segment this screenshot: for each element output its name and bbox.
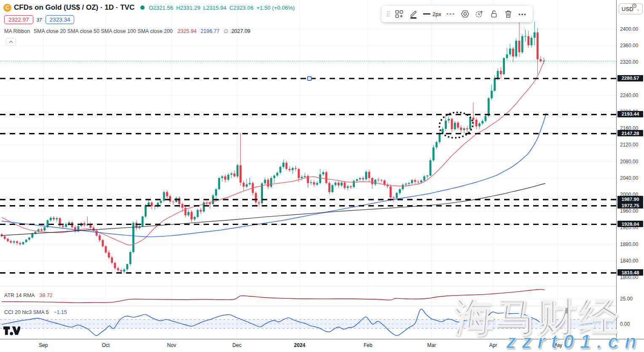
bid-ask-row: 2322.97 37 2323.34: [4, 15, 74, 24]
price-tick-label: 1840.00: [620, 258, 638, 264]
cci-label: CCI 20 hlc3 SMA 5: [4, 309, 49, 315]
price-tick-label: 1880.00: [620, 241, 638, 247]
pencil-icon: [410, 9, 417, 19]
dashed-line-icon: [447, 13, 455, 15]
unlock-icon: [490, 10, 498, 18]
ohlc-values: O2321.56H2331.29L2315.94C2323.06+1.50 (+…: [149, 5, 298, 11]
level-price-tag: 2147.28: [617, 130, 643, 136]
high-value: H2331.29: [176, 5, 200, 11]
ellipsis-icon: •••: [518, 11, 527, 17]
change-value: +1.50 (+0.06%): [256, 5, 295, 11]
add-alert-button[interactable]: [473, 8, 486, 20]
price-tick-label: 2120.00: [620, 142, 638, 148]
drawing-toolbar: 2px •••: [381, 5, 533, 22]
symbol-logo-icon: C: [3, 4, 11, 12]
market-status-dot[interactable]: [140, 5, 145, 10]
atr-line[interactable]: [2, 290, 545, 303]
drag-handle-icon[interactable]: [385, 8, 391, 20]
color-picker-button[interactable]: [407, 8, 420, 20]
open-value: O2321.56: [149, 5, 173, 11]
price-tick-label: 2400.00: [620, 26, 638, 32]
collapse-legend-button[interactable]: [6, 38, 16, 46]
level-price-tag: 2193.44: [617, 111, 643, 117]
close-value: C2323.06: [229, 5, 253, 11]
sma100-value: 2196.77: [201, 28, 220, 34]
cci-last-dot: [542, 323, 544, 325]
level-price-tag: 1810.48: [617, 269, 643, 276]
time-tick-label: 2024: [294, 342, 306, 348]
atr-legend[interactable]: ATR 14 RMA 39.72: [4, 292, 53, 298]
sell-button[interactable]: 2322.97: [4, 15, 33, 24]
cci-legend[interactable]: CCI 20 hlc3 SMA 5 −1.15: [4, 309, 67, 315]
time-tick-label: Apr: [489, 342, 497, 348]
price-tick-label: 2080.00: [620, 159, 638, 165]
price-tick-label: 2240.00: [620, 92, 638, 98]
gear-icon: [461, 10, 470, 18]
time-tick-label: Dec: [232, 342, 241, 348]
vertical-gridlines: [43, 0, 558, 339]
chart-canvas[interactable]: [0, 0, 616, 352]
line-style-button[interactable]: [445, 8, 457, 20]
line-width-label: 2px: [432, 11, 441, 17]
symbol-title-row: C CFDs on Gold (US$ / OZ) · 1D · TVC O23…: [3, 3, 298, 12]
lock-button[interactable]: [488, 8, 500, 20]
tradingview-logo-icon: [3, 325, 20, 336]
currency-selector[interactable]: USD ⌄: [619, 3, 643, 14]
spread-value: 37: [37, 17, 42, 22]
cci-value: −1.15: [54, 309, 67, 315]
ma-line[interactable]: [2, 113, 546, 237]
chart-window: C CFDs on Gold (US$ / OZ) · 1D · TVC O23…: [0, 0, 644, 352]
tradingview-logo[interactable]: [3, 325, 20, 338]
price-tick-label: 2360.00: [620, 43, 638, 49]
ma-ribbon-legend[interactable]: MA Ribbon SMA close 20 SMA close 50 SMA …: [4, 28, 250, 34]
time-tick-label: Nov: [167, 342, 176, 348]
sma200-value: 2027.09: [231, 28, 250, 34]
price-axis[interactable]: USD ⌄ 2400.002360.002320.002280.002240.0…: [616, 0, 644, 339]
level-price-tag: 1972.75: [617, 202, 643, 208]
settings-button[interactable]: [459, 8, 472, 20]
time-tick-label: May: [553, 342, 562, 348]
ma-ribbon-params: SMA close 20 SMA close 50 SMA close 100 …: [34, 28, 173, 34]
add-template-button[interactable]: [393, 8, 405, 20]
more-options-button[interactable]: •••: [516, 8, 529, 20]
chevron-up-icon: [9, 41, 13, 43]
low-value: L2315.94: [203, 5, 226, 11]
time-axis[interactable]: SepOctNovDec2024FebMarAprMay: [0, 339, 644, 352]
atr-value: 39.72: [40, 292, 53, 298]
buy-button[interactable]: 2323.34: [46, 15, 75, 24]
price-tick-label: 2320.00: [620, 59, 638, 65]
symbol-title[interactable]: CFDs on Gold (US$ / OZ) · 1D · TVC: [14, 3, 134, 12]
cci-axis-tick: 0.00: [620, 321, 630, 327]
horizontal-gridlines: [0, 29, 616, 277]
level-price-tag: 1928.04: [617, 221, 643, 227]
axis-settings-gear-icon[interactable]: ⚙: [632, 2, 637, 10]
drawing-anchor-handle[interactable]: [308, 77, 311, 81]
atr-axis-tick: 25.00: [620, 296, 633, 302]
alert-clock-icon: [475, 10, 484, 18]
time-tick-label: Feb: [364, 342, 373, 348]
ma-ribbon-name: MA Ribbon: [4, 28, 30, 34]
price-tick-label: 1960.00: [620, 208, 638, 214]
template-grid-icon: [395, 10, 403, 18]
line-width-button[interactable]: 2px: [421, 8, 443, 20]
time-tick-label: Oct: [102, 342, 110, 348]
level-price-tag: 1987.90: [617, 196, 643, 202]
level-price-tag: 2280.57: [617, 75, 643, 81]
time-tick-label: Mar: [427, 342, 436, 348]
sma-null-symbol: ∅: [224, 28, 228, 34]
time-tick-label: Sep: [39, 342, 48, 348]
delete-button[interactable]: [502, 8, 515, 20]
price-tick-label: 2040.00: [620, 175, 638, 181]
line-width-icon: [423, 13, 430, 15]
atr-label: ATR 14 RMA: [4, 292, 35, 298]
trash-icon: [504, 10, 512, 18]
sma20-value: 2325.94: [177, 28, 196, 34]
ma-line[interactable]: [2, 60, 545, 245]
